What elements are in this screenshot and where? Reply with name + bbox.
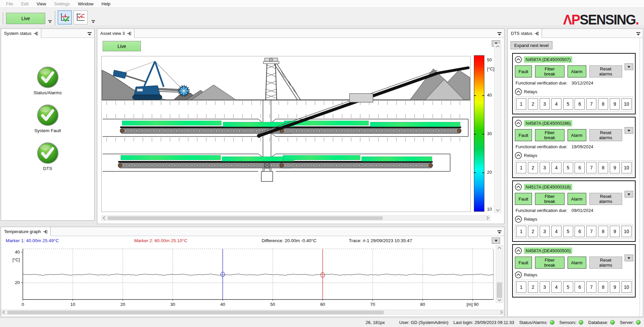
relay-button-4[interactable]: 4 — [551, 98, 561, 110]
expand-next-level-button[interactable]: Expand next level — [511, 41, 552, 49]
relay-button-7[interactable]: 7 — [586, 98, 596, 110]
relay-button-2[interactable]: 2 — [528, 226, 538, 237]
tab-temperature-graph[interactable]: Temperature graph — [1, 227, 51, 236]
chevron-up-circle-icon[interactable] — [515, 120, 522, 127]
relay-button-7[interactable]: 7 — [586, 281, 596, 293]
relay-button-6[interactable]: 6 — [575, 162, 585, 173]
fault-button[interactable]: Fault — [515, 129, 532, 141]
alarm-button[interactable]: Alarm — [568, 129, 586, 141]
relay-button-1[interactable]: 1 — [516, 98, 526, 110]
relay-button-6[interactable]: 6 — [575, 98, 585, 110]
fiber-break-button[interactable]: Fiber break — [535, 65, 565, 77]
relay-button-3[interactable]: 3 — [540, 281, 550, 293]
pin-icon[interactable] — [535, 32, 539, 36]
menu-item-edit[interactable]: Edit — [17, 0, 33, 7]
alarm-button[interactable]: Alarm — [568, 193, 586, 205]
fiber-break-button[interactable]: Fiber break — [535, 193, 565, 205]
tab-system-status[interactable]: System status — [1, 29, 41, 38]
chevron-up-circle-icon[interactable] — [515, 152, 522, 159]
relay-button-3[interactable]: 3 — [540, 226, 550, 237]
scrollbar-thumb[interactable] — [108, 216, 383, 220]
relay-button-6[interactable]: 6 — [575, 226, 585, 237]
trace-markers-view-button[interactable] — [73, 10, 88, 24]
relay-button-7[interactable]: 7 — [586, 162, 596, 173]
relay-button-10[interactable]: 10 — [622, 98, 632, 110]
chevron-up-circle-icon[interactable] — [515, 183, 522, 190]
relay-button-4[interactable]: 4 — [551, 226, 561, 237]
pin-icon[interactable] — [34, 32, 38, 36]
relay-button-10[interactable]: 10 — [622, 162, 632, 173]
relay-button-9[interactable]: 9 — [610, 226, 620, 237]
double-chevron-down-icon[interactable] — [497, 31, 502, 36]
fault-button[interactable]: Fault — [515, 65, 532, 77]
tab-asset-view-3[interactable]: Asset view 3 — [97, 29, 135, 38]
chevron-up-circle-icon[interactable] — [515, 247, 522, 254]
relay-button-8[interactable]: 8 — [598, 162, 608, 173]
alarm-button[interactable]: Alarm — [568, 65, 586, 77]
relay-button-6[interactable]: 6 — [575, 281, 585, 293]
trace-dropdown-button[interactable] — [492, 237, 500, 244]
menu-item-settings[interactable]: Settings — [50, 0, 74, 7]
graph-horizontal-scrollbar[interactable] — [1, 310, 504, 315]
relay-button-4[interactable]: 4 — [551, 281, 561, 293]
relay-button-5[interactable]: 5 — [563, 162, 573, 173]
reset-alarms-dropdown-button[interactable] — [625, 63, 633, 70]
menu-item-window[interactable]: Window — [74, 0, 97, 7]
reset-alarms-dropdown-button[interactable] — [625, 191, 633, 198]
live-mode-button[interactable]: Live — [6, 13, 45, 24]
reset-alarms-button[interactable]: Reset alarms — [589, 257, 622, 269]
menu-item-file[interactable]: File — [2, 0, 17, 7]
chevron-up-circle-icon[interactable] — [515, 56, 522, 63]
relay-button-5[interactable]: 5 — [563, 226, 573, 237]
toolbar-grip-handle[interactable] — [55, 11, 56, 25]
alarm-button[interactable]: Alarm — [568, 257, 586, 269]
relay-button-2[interactable]: 2 — [528, 98, 538, 110]
reset-alarms-button[interactable]: Reset alarms — [589, 65, 622, 77]
double-chevron-down-icon[interactable] — [497, 229, 502, 234]
chevron-up-circle-icon[interactable] — [515, 271, 522, 278]
reset-alarms-button[interactable]: Reset alarms — [589, 129, 622, 141]
relay-button-3[interactable]: 3 — [540, 98, 550, 110]
pin-icon[interactable] — [127, 32, 131, 36]
relay-button-9[interactable]: 9 — [610, 98, 620, 110]
relay-button-1[interactable]: 1 — [516, 226, 526, 237]
relay-button-5[interactable]: 5 — [563, 98, 573, 110]
fiber-break-button[interactable]: Fiber break — [535, 257, 565, 269]
relay-button-7[interactable]: 7 — [586, 226, 596, 237]
asset-horizontal-sc rollbar[interactable] — [101, 215, 490, 221]
tab-dts-status[interactable]: DTS status — [508, 29, 542, 38]
relay-button-9[interactable]: 9 — [610, 162, 620, 173]
live-trace-view-button[interactable] — [58, 10, 72, 24]
asset-live-button[interactable]: Live — [103, 41, 141, 51]
relay-button-1[interactable]: 1 — [516, 162, 526, 173]
chevron-up-circle-icon[interactable] — [515, 216, 522, 223]
relay-button-1[interactable]: 1 — [516, 281, 526, 293]
reset-alarms-button[interactable]: Reset alarms — [589, 193, 622, 205]
fault-button[interactable]: Fault — [515, 257, 532, 269]
pin-icon[interactable] — [43, 230, 47, 234]
reset-alarms-dropdown-button[interactable] — [625, 255, 633, 261]
scrollbar-thumb[interactable] — [7, 311, 384, 314]
relay-button-8[interactable]: 8 — [598, 98, 608, 110]
graph-vertical-scrollbar[interactable] — [496, 245, 503, 303]
relay-button-10[interactable]: 10 — [622, 226, 632, 237]
menu-item-help[interactable]: Help — [98, 0, 115, 7]
fault-button[interactable]: Fault — [515, 193, 532, 205]
chevron-up-circle-icon[interactable] — [515, 88, 522, 95]
double-chevron-down-icon[interactable] — [87, 31, 92, 36]
reset-alarms-dropdown-button[interactable] — [625, 127, 633, 134]
relay-button-4[interactable]: 4 — [551, 162, 561, 173]
scrollbar-thumb[interactable] — [497, 282, 502, 298]
dts-vertical-scrollbar[interactable] — [639, 38, 643, 317]
relay-button-10[interactable]: 10 — [622, 281, 632, 293]
relay-button-5[interactable]: 5 — [563, 281, 573, 293]
fiber-break-button[interactable]: Fiber break — [535, 129, 565, 141]
relay-button-3[interactable]: 3 — [540, 162, 550, 173]
relay-button-8[interactable]: 8 — [598, 226, 608, 237]
menu-item-view[interactable]: View — [33, 0, 50, 7]
relay-button-8[interactable]: 8 — [598, 281, 608, 293]
toolbar-overflow-icon[interactable] — [47, 19, 52, 24]
relay-button-9[interactable]: 9 — [610, 281, 620, 293]
toolbar-grip-handle[interactable] — [3, 13, 4, 24]
temperature-chart[interactable]: 01020304050607080[m] 904020[°C] — [1, 245, 505, 309]
